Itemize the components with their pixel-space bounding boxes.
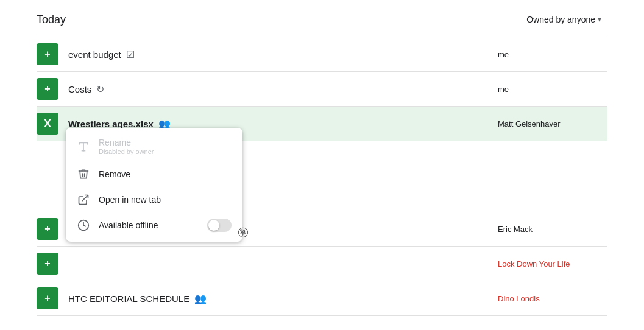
- available-offline-toggle[interactable]: [207, 219, 232, 232]
- google-sheets-icon: +: [37, 78, 58, 100]
- remove-text-group: Remove: [99, 169, 130, 179]
- owner-label: Lock Down Your Life: [498, 259, 607, 269]
- google-sheets-icon: +: [37, 43, 58, 65]
- rename-icon: [77, 140, 90, 153]
- file-row[interactable]: + Lock Down Your Life: [37, 247, 607, 281]
- file-name: event budget: [68, 49, 121, 60]
- remove-label: Remove: [99, 169, 130, 179]
- toggle-knob: [208, 220, 219, 231]
- google-sheets-icon: +: [37, 218, 58, 240]
- chevron-down-icon: ▾: [598, 15, 601, 24]
- open-new-tab-menu-item[interactable]: Open in new tab: [66, 187, 242, 212]
- file-name: Costs: [68, 84, 91, 94]
- cursor-pointer-icon: ㉇: [238, 225, 249, 239]
- owner-label: Dino Londis: [498, 294, 607, 303]
- available-offline-menu-item[interactable]: Available offline ㉇: [66, 212, 242, 238]
- owner-label: me: [498, 50, 607, 59]
- owned-by-filter-button[interactable]: Owned by anyone ▾: [520, 11, 607, 28]
- file-name-area: HTC EDITORIAL SCHEDULE 👥: [68, 293, 498, 304]
- sync-icon: ↻: [96, 83, 104, 95]
- owner-label: Matt Geisenhaver: [498, 119, 607, 128]
- rename-menu-item: Rename Disabled by owner: [66, 132, 242, 161]
- file-name-area: Costs ↻: [68, 83, 498, 95]
- rename-text-group: Rename Disabled by owner: [99, 138, 154, 155]
- remove-menu-item[interactable]: Remove: [66, 161, 242, 187]
- file-row[interactable]: + HTC EDITORIAL SCHEDULE 👥 Dino Londis: [37, 281, 607, 316]
- google-sheets-icon: +: [37, 287, 58, 309]
- shared-people-icon: 👥: [194, 293, 207, 304]
- file-name-area: event budget ☑: [68, 49, 498, 60]
- svg-line-2: [82, 195, 88, 201]
- file-name: Wrestlers ages.xlsx: [68, 119, 154, 129]
- excel-icon: X: [37, 113, 58, 135]
- file-row[interactable]: + event budget ☑ me: [37, 37, 607, 72]
- trash-icon: [77, 167, 90, 181]
- owner-label: Eric Mack: [498, 225, 607, 234]
- rename-sublabel: Disabled by owner: [99, 148, 154, 155]
- open-new-tab-label: Open in new tab: [99, 195, 161, 205]
- today-heading: Today: [37, 13, 66, 26]
- available-offline-label: Available offline: [99, 220, 158, 230]
- rename-label: Rename: [99, 138, 154, 147]
- offline-icon: [77, 219, 90, 232]
- check-circle-icon: ☑: [126, 49, 135, 60]
- google-sheets-icon: +: [37, 253, 58, 275]
- open-new-tab-text-group: Open in new tab: [99, 195, 161, 205]
- context-menu: Rename Disabled by owner Remove: [66, 128, 242, 242]
- owner-label: me: [498, 85, 607, 94]
- file-name: HTC EDITORIAL SCHEDULE: [68, 293, 189, 304]
- file-row[interactable]: + Costs ↻ me: [37, 72, 607, 107]
- open-new-tab-icon: [77, 193, 90, 206]
- owned-by-label: Owned by anyone: [526, 15, 595, 24]
